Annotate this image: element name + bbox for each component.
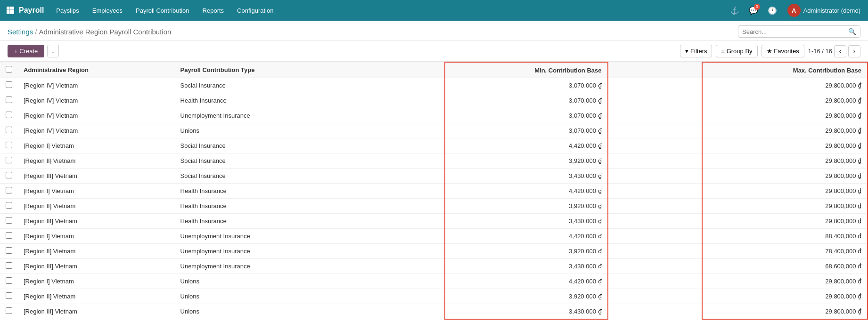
cell-region: [Region II] Vietnam [18, 199, 175, 214]
pagination-text: 1-16 / 16 [808, 48, 832, 55]
row-checkbox[interactable] [6, 142, 12, 148]
cell-extra2 [608, 289, 702, 304]
cell-min: 3,920,000 ₫ [445, 199, 607, 214]
clock-icon[interactable]: 🕐 [765, 3, 780, 18]
row-checkbox-cell [0, 229, 18, 244]
cell-region: [Region III] Vietnam [18, 169, 175, 184]
row-checkbox[interactable] [6, 157, 12, 163]
row-checkbox[interactable] [6, 97, 12, 103]
cell-min: 3,920,000 ₫ [445, 153, 607, 169]
col-header-max[interactable]: Max. Contribution Base [702, 62, 868, 78]
table-row: [Region I] Vietnam Health Insurance 4,42… [0, 184, 868, 199]
user-menu[interactable]: A Administrator (demo) [784, 4, 864, 17]
table-row: [Region I] Vietnam Social Insurance 4,42… [0, 138, 868, 153]
cell-extra2 [608, 259, 702, 274]
cell-extra2 [608, 274, 702, 289]
row-checkbox[interactable] [6, 262, 12, 269]
table-body: [Region IV] Vietnam Social Insurance 3,0… [0, 78, 868, 319]
cell-extra2 [608, 138, 702, 153]
export-button[interactable]: ↓ [47, 45, 59, 57]
cell-region: [Region IV] Vietnam [18, 78, 175, 93]
row-checkbox[interactable] [6, 112, 12, 118]
cell-min: 3,070,000 ₫ [445, 108, 607, 123]
groupby-button[interactable]: ≡ Group By [716, 45, 757, 57]
search-input[interactable] [742, 28, 848, 35]
select-all-checkbox[interactable] [6, 66, 12, 72]
nav-configuration[interactable]: Configuration [230, 0, 280, 21]
cell-min: 3,070,000 ₫ [445, 78, 607, 93]
table-header-row: Administrative Region Payroll Contributi… [0, 62, 868, 78]
col-header-region[interactable]: Administrative Region [18, 62, 175, 78]
nav-payroll-contribution[interactable]: Payroll Contribution [129, 0, 196, 21]
breadcrumb-parent[interactable]: Settings [8, 28, 33, 36]
grid-icon[interactable] [4, 4, 17, 17]
cell-extra [351, 274, 445, 289]
cell-extra [351, 78, 445, 93]
cell-max: 68,600,000 ₫ [702, 259, 868, 274]
cell-extra2 [608, 169, 702, 184]
cell-extra2 [608, 123, 702, 138]
create-button[interactable]: + Create [8, 45, 44, 57]
cell-extra2 [608, 78, 702, 93]
row-checkbox[interactable] [6, 307, 12, 314]
row-checkbox[interactable] [6, 202, 12, 209]
nav-employees[interactable]: Employees [86, 0, 129, 21]
cell-region: [Region III] Vietnam [18, 259, 175, 274]
next-page-button[interactable]: › [848, 45, 860, 57]
cell-type: Unemployment Insurance [175, 108, 351, 123]
cell-min: 3,430,000 ₫ [445, 214, 607, 229]
cell-region: [Region III] Vietnam [18, 304, 175, 319]
cell-extra [351, 244, 445, 259]
cell-extra [351, 108, 445, 123]
user-name: Administrator (demo) [803, 7, 860, 14]
cell-max: 29,800,000 ₫ [702, 214, 868, 229]
filters-button[interactable]: ▾ Filters [680, 45, 712, 57]
nav-payslips[interactable]: Payslips [49, 0, 85, 21]
table-row: [Region IV] Vietnam Unions 3,070,000 ₫ 2… [0, 123, 868, 138]
row-checkbox[interactable] [6, 232, 12, 239]
cell-extra2 [608, 93, 702, 108]
row-checkbox[interactable] [6, 172, 12, 178]
prev-page-button[interactable]: ‹ [834, 45, 846, 57]
row-checkbox[interactable] [6, 217, 12, 224]
svg-rect-5 [12, 9, 14, 12]
row-checkbox[interactable] [6, 277, 12, 284]
cell-extra [351, 153, 445, 169]
row-checkbox-cell [0, 153, 18, 169]
col-header-min[interactable]: Min. Contribution Base [445, 62, 607, 78]
row-checkbox-cell [0, 78, 18, 93]
table-row: [Region IV] Vietnam Social Insurance 3,0… [0, 78, 868, 93]
app-brand: Payroll [19, 6, 44, 15]
col-header-type[interactable]: Payroll Contribution Type [175, 62, 351, 78]
cell-max: 29,800,000 ₫ [702, 289, 868, 304]
cell-extra2 [608, 244, 702, 259]
row-checkbox[interactable] [6, 292, 12, 299]
row-checkbox[interactable] [6, 247, 12, 254]
cell-type: Unemployment Insurance [175, 259, 351, 274]
row-checkbox[interactable] [6, 81, 12, 88]
cell-extra2 [608, 184, 702, 199]
messages-icon[interactable]: 💬 3 [746, 3, 761, 18]
search-button[interactable]: 🔍 [848, 28, 856, 35]
row-checkbox-cell [0, 93, 18, 108]
cell-type: Social Insurance [175, 138, 351, 153]
row-checkbox-cell [0, 184, 18, 199]
navbar: Payroll Payslips Employees Payroll Contr… [0, 0, 868, 21]
row-checkbox[interactable] [6, 187, 12, 193]
cell-region: [Region I] Vietnam [18, 229, 175, 244]
favorites-button[interactable]: ★ Favorites [762, 45, 804, 57]
cell-type: Unemployment Insurance [175, 244, 351, 259]
cell-type: Unions [175, 289, 351, 304]
table-row: [Region II] Vietnam Unions 3,920,000 ₫ 2… [0, 289, 868, 304]
message-badge: 3 [754, 4, 760, 10]
row-checkbox-cell [0, 274, 18, 289]
nav-reports[interactable]: Reports [196, 0, 231, 21]
cell-min: 3,070,000 ₫ [445, 123, 607, 138]
notifications-icon[interactable]: ⚓ [727, 3, 742, 18]
row-checkbox[interactable] [6, 127, 12, 133]
row-checkbox-cell [0, 123, 18, 138]
table-row: [Region IV] Vietnam Health Insurance 3,0… [0, 93, 868, 108]
cell-type: Unemployment Insurance [175, 229, 351, 244]
svg-rect-4 [9, 9, 12, 12]
cell-extra2 [608, 199, 702, 214]
